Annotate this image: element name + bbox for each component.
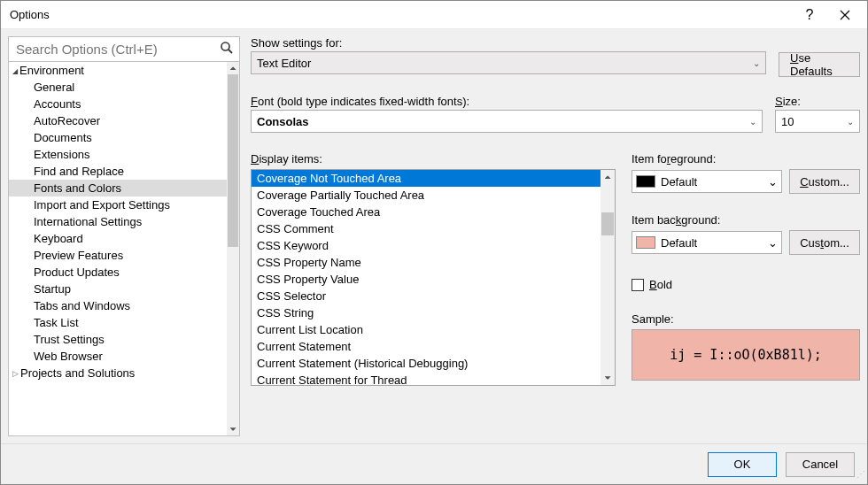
- tree-item[interactable]: Import and Export Settings: [9, 196, 227, 213]
- tree-item[interactable]: International Settings: [9, 213, 227, 230]
- help-icon[interactable]: ?: [792, 2, 827, 28]
- scroll-up-icon[interactable]: ⏶: [229, 62, 237, 74]
- list-item[interactable]: CSS Keyword: [252, 237, 601, 254]
- size-label: Size:: [775, 95, 860, 108]
- fg-value: Default: [661, 175, 763, 189]
- ok-button[interactable]: OK: [708, 452, 777, 477]
- scroll-thumb[interactable]: [228, 74, 238, 247]
- list-scrollbar[interactable]: ⏶ ⏷: [601, 170, 615, 385]
- search-input[interactable]: [14, 41, 216, 58]
- size-select[interactable]: 10 ⌄: [775, 110, 860, 133]
- tree-item[interactable]: Task List: [9, 314, 227, 331]
- scroll-down-icon[interactable]: ⏷: [229, 423, 237, 435]
- item-fg-label: Item foreground:: [632, 152, 860, 166]
- options-tree[interactable]: EnvironmentGeneralAccountsAutoRecoverDoc…: [9, 62, 239, 435]
- tree-item[interactable]: Preview Features: [9, 247, 227, 264]
- dialog-buttonbar: OK Cancel: [1, 443, 867, 484]
- sample-label: Sample:: [632, 312, 860, 326]
- list-item[interactable]: Coverage Not Touched Area: [252, 170, 601, 187]
- options-dialog: Options ? EnvironmentGeneralAccountsAuto…: [0, 0, 868, 485]
- item-bg-select[interactable]: Default ⌄: [632, 231, 782, 254]
- checkbox-box: [632, 279, 644, 291]
- tree-item[interactable]: Trust Settings: [9, 331, 227, 348]
- svg-point-0: [221, 42, 229, 50]
- close-icon[interactable]: [827, 2, 863, 28]
- show-settings-select[interactable]: Text Editor ⌄: [251, 51, 766, 74]
- tree-item[interactable]: Keyboard: [9, 230, 227, 247]
- font-select[interactable]: Consolas ⌄: [251, 110, 763, 133]
- bg-swatch: [636, 236, 655, 249]
- chevron-down-icon: ⌄: [753, 58, 760, 68]
- custom-fg-button[interactable]: Custom...: [789, 169, 860, 194]
- tree-item[interactable]: Web Browser: [9, 348, 227, 365]
- window-title: Options: [10, 8, 50, 21]
- chevron-down-icon: ⌄: [847, 117, 854, 127]
- list-item[interactable]: CSS Property Name: [252, 254, 601, 271]
- list-item[interactable]: CSS Selector: [252, 288, 601, 304]
- list-item[interactable]: Current Statement (Historical Debugging): [252, 355, 601, 372]
- chevron-down-icon: ⌄: [768, 236, 778, 250]
- show-settings-value: Text Editor: [257, 57, 311, 70]
- custom-bg-button[interactable]: Custom...: [789, 230, 860, 255]
- show-settings-label: Show settings for:: [251, 36, 766, 50]
- resize-grip-icon[interactable]: ⋰: [855, 472, 865, 482]
- font-label: Font (bold type indicates fixed-width fo…: [251, 95, 763, 108]
- use-defaults-button[interactable]: Use Defaults: [779, 52, 860, 77]
- list-item[interactable]: Current Statement: [252, 338, 601, 355]
- tree-item[interactable]: Documents: [9, 129, 227, 146]
- list-item[interactable]: Current Statement for Thread: [252, 372, 601, 385]
- dialog-body: EnvironmentGeneralAccountsAutoRecoverDoc…: [1, 29, 867, 443]
- list-item[interactable]: Current List Location: [252, 321, 601, 338]
- sample-preview: ij = I::oO(0xB81l);: [632, 329, 860, 381]
- tree-item[interactable]: Tabs and Windows: [9, 297, 227, 314]
- bold-label: Bold: [649, 278, 672, 291]
- scroll-down-icon[interactable]: ⏷: [601, 371, 615, 385]
- tree-item[interactable]: AutoRecover: [9, 112, 227, 129]
- tree-item[interactable]: Product Updates: [9, 264, 227, 281]
- window-controls: ?: [792, 2, 863, 28]
- settings-main: Show settings for: Text Editor ⌄ Use Def…: [251, 36, 860, 436]
- tree-item[interactable]: Fonts and Colors: [9, 180, 227, 196]
- chevron-down-icon: ⌄: [768, 175, 778, 189]
- item-fg-select[interactable]: Default ⌄: [632, 170, 782, 193]
- cancel-button[interactable]: Cancel: [786, 452, 855, 477]
- item-bg-label: Item background:: [632, 213, 860, 227]
- tree-node-environment[interactable]: Environment: [9, 62, 227, 79]
- tree-item[interactable]: Find and Replace: [9, 163, 227, 180]
- display-items-list[interactable]: Coverage Not Touched AreaCoverage Partia…: [251, 169, 616, 386]
- font-value: Consolas: [257, 115, 309, 128]
- fg-swatch: [636, 175, 655, 188]
- scroll-up-icon[interactable]: ⏶: [601, 170, 615, 184]
- chevron-down-icon: ⌄: [749, 117, 756, 127]
- scroll-thumb[interactable]: [601, 212, 614, 235]
- titlebar: Options ?: [1, 1, 867, 29]
- size-value: 10: [781, 115, 794, 128]
- svg-line-1: [229, 50, 232, 53]
- list-item[interactable]: CSS Comment: [252, 220, 601, 237]
- list-item[interactable]: Coverage Partially Touched Area: [252, 187, 601, 204]
- tree-scrollbar[interactable]: ⏶ ⏷: [227, 62, 239, 435]
- list-item[interactable]: CSS Property Value: [252, 271, 601, 288]
- tree-item[interactable]: Startup: [9, 281, 227, 297]
- tree-item[interactable]: Extensions: [9, 146, 227, 163]
- bold-checkbox[interactable]: Bold: [632, 278, 860, 291]
- tree-node-projects[interactable]: Projects and Solutions: [9, 365, 227, 381]
- tree-item[interactable]: General: [9, 79, 227, 96]
- bg-value: Default: [661, 236, 763, 250]
- search-wrap: [9, 37, 239, 62]
- sample-text: ij = I::oO(0xB81l);: [670, 347, 822, 363]
- list-item[interactable]: Coverage Touched Area: [252, 204, 601, 220]
- list-item[interactable]: CSS String: [252, 304, 601, 321]
- display-items-label: Display items:: [251, 152, 616, 166]
- tree-item[interactable]: Accounts: [9, 96, 227, 112]
- search-icon[interactable]: [220, 41, 234, 58]
- options-sidebar: EnvironmentGeneralAccountsAutoRecoverDoc…: [8, 36, 240, 436]
